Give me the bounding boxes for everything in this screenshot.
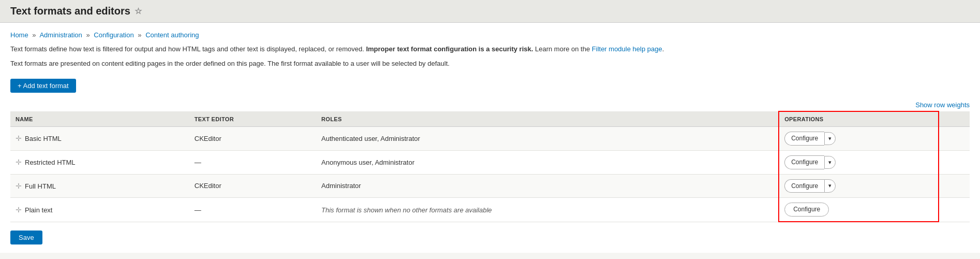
formats-table: NAME TEXT EDITOR ROLES OPERATIONS ✛Basic… [10, 111, 970, 222]
page-header: Text formats and editors ☆ [0, 0, 980, 23]
configure-button[interactable]: Configure [784, 179, 824, 193]
roles-cell: This format is shown when no other forma… [316, 198, 779, 222]
format-name: Plain text [25, 206, 52, 214]
extra-cell [939, 150, 970, 174]
configure-dropdown-button[interactable]: ▾ [824, 156, 836, 169]
roles-text: This format is shown when no other forma… [321, 206, 492, 214]
operations-wrapper: Configure ▾ [784, 155, 933, 169]
table-row: ✛Full HTMLCKEditorAdministrator Configur… [10, 174, 970, 198]
breadcrumb-administration[interactable]: Administration [39, 31, 82, 39]
drag-handle[interactable]: ✛ [16, 182, 22, 190]
table-row: ✛Restricted HTML—Anonymous user, Adminis… [10, 150, 970, 174]
col-header-name: NAME [10, 111, 189, 127]
description-line1-end: Learn more on the [533, 45, 591, 53]
text-editor-cell: CKEditor [189, 127, 316, 151]
breadcrumb-sep-3: » [138, 31, 141, 39]
col-header-text-editor: TEXT EDITOR [189, 111, 316, 127]
text-editor-cell: — [189, 198, 316, 222]
format-name: Full HTML [25, 182, 56, 190]
operations-cell: Configure [779, 198, 939, 222]
table-row: ✛Plain text—This format is shown when no… [10, 198, 970, 222]
show-row-weights-link[interactable]: Show row weights [915, 101, 970, 109]
col-header-roles: ROLES [316, 111, 779, 127]
format-name: Restricted HTML [25, 159, 76, 166]
roles-cell: Authenticated user, Administrator [316, 127, 779, 151]
show-row-weights-container: Show row weights [10, 101, 970, 109]
col-header-extra [939, 111, 970, 127]
operations-cell: Configure ▾ [779, 127, 939, 151]
drag-handle[interactable]: ✛ [16, 206, 22, 214]
table-body: ✛Basic HTMLCKEditorAuthenticated user, A… [10, 127, 970, 222]
drag-handle[interactable]: ✛ [16, 134, 22, 142]
filter-module-link[interactable]: Filter module help page [592, 45, 662, 53]
name-cell: ✛Plain text [10, 198, 189, 222]
breadcrumb: Home » Administration » Configuration » … [10, 31, 970, 39]
format-name: Basic HTML [25, 135, 62, 142]
operations-cell: Configure ▾ [779, 174, 939, 198]
breadcrumb-sep-2: » [86, 31, 90, 39]
description-line2-text: Text formats are presented on content ed… [10, 60, 450, 67]
breadcrumb-content-authoring[interactable]: Content authoring [145, 31, 199, 39]
description-line1: Text formats define how text is filtered… [10, 44, 970, 54]
operations-wrapper: Configure ▾ [784, 179, 933, 193]
name-cell: ✛Basic HTML [10, 127, 189, 151]
roles-cell: Anonymous user, Administrator [316, 150, 779, 174]
name-cell: ✛Full HTML [10, 174, 189, 198]
extra-cell [939, 174, 970, 198]
configure-dropdown-button[interactable]: ▾ [824, 132, 836, 145]
name-cell: ✛Restricted HTML [10, 150, 189, 174]
table-header-row: NAME TEXT EDITOR ROLES OPERATIONS [10, 111, 970, 127]
text-editor-cell: — [189, 150, 316, 174]
content-area: Home » Administration » Configuration » … [0, 23, 980, 253]
text-editor-cell: CKEditor [189, 174, 316, 198]
drag-handle[interactable]: ✛ [16, 158, 22, 166]
configure-dropdown-button[interactable]: ▾ [824, 179, 836, 192]
save-button[interactable]: Save [10, 231, 42, 244]
extra-cell [939, 198, 970, 222]
breadcrumb-home[interactable]: Home [10, 31, 28, 39]
configure-button-simple[interactable]: Configure [784, 203, 829, 217]
page-title: Text formats and editors ☆ [10, 5, 970, 17]
star-icon[interactable]: ☆ [135, 6, 142, 16]
page-title-text: Text formats and editors [10, 5, 130, 17]
breadcrumb-configuration[interactable]: Configuration [94, 31, 133, 39]
table-row: ✛Basic HTMLCKEditorAuthenticated user, A… [10, 127, 970, 151]
configure-button[interactable]: Configure [784, 132, 824, 146]
operations-wrapper: Configure ▾ [784, 132, 933, 146]
breadcrumb-sep-1: » [32, 31, 36, 39]
col-header-operations: OPERATIONS [779, 111, 939, 127]
operations-wrapper: Configure [784, 203, 933, 217]
description-warning: Improper text format configuration is a … [366, 45, 533, 53]
add-text-format-button[interactable]: + Add text format [10, 79, 76, 93]
operations-cell: Configure ▾ [779, 150, 939, 174]
configure-button[interactable]: Configure [784, 155, 824, 169]
extra-cell [939, 127, 970, 151]
description-line2: Text formats are presented on content ed… [10, 59, 970, 69]
roles-cell: Administrator [316, 174, 779, 198]
description-line1-start: Text formats define how text is filtered… [10, 45, 366, 53]
